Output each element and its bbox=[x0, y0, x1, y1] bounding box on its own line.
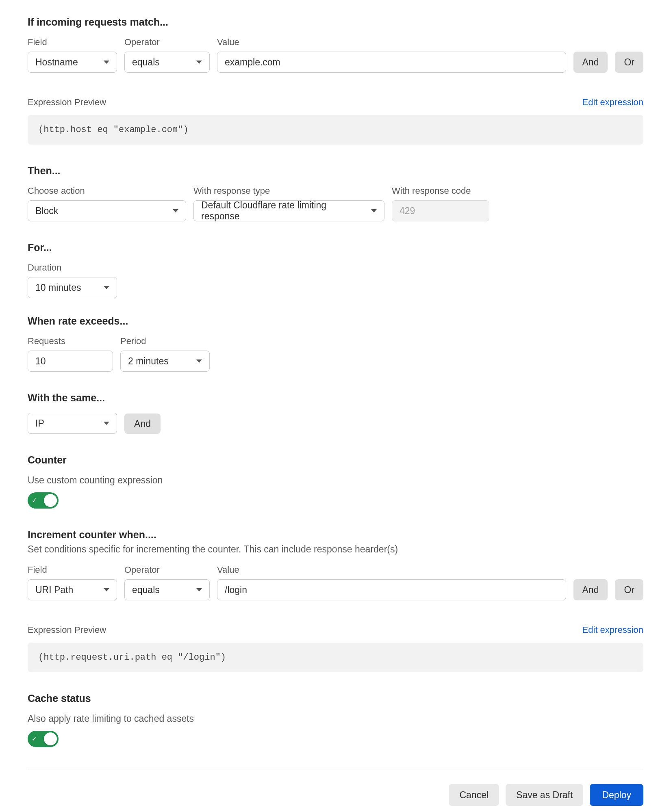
increment-operator-label: Operator bbox=[124, 565, 210, 575]
increment-field-value: URI Path bbox=[35, 585, 73, 595]
requests-label: Requests bbox=[28, 336, 113, 346]
resp-code-label: With response code bbox=[392, 186, 489, 196]
choose-action-select[interactable]: Block bbox=[28, 200, 186, 221]
chevron-down-icon bbox=[196, 359, 202, 363]
counter-toggle[interactable]: ✓ bbox=[28, 492, 59, 509]
expr1-edit-link[interactable]: Edit expression bbox=[582, 97, 643, 108]
cancel-button[interactable]: Cancel bbox=[449, 784, 499, 806]
duration-value: 10 minutes bbox=[35, 282, 81, 293]
same-characteristic-select[interactable]: IP bbox=[28, 413, 117, 434]
for-heading: For... bbox=[28, 242, 643, 253]
choose-action-label: Choose action bbox=[28, 186, 186, 196]
match-operator-value: equals bbox=[132, 57, 160, 68]
chevron-down-icon bbox=[104, 61, 109, 64]
choose-action-value: Block bbox=[35, 206, 58, 217]
increment-value-label: Value bbox=[217, 565, 566, 575]
increment-operator-select[interactable]: equals bbox=[124, 579, 210, 600]
period-select[interactable]: 2 minutes bbox=[120, 351, 210, 372]
expr2-edit-link[interactable]: Edit expression bbox=[582, 625, 643, 635]
same-and-button[interactable]: And bbox=[124, 414, 161, 434]
match-value-text: example.com bbox=[225, 57, 280, 68]
footer-divider bbox=[28, 769, 643, 769]
resp-type-value: Default Cloudflare rate limiting respons… bbox=[201, 200, 366, 222]
match-field-value: Hostname bbox=[35, 57, 78, 68]
resp-type-select[interactable]: Default Cloudflare rate limiting respons… bbox=[193, 200, 384, 221]
expr1-code: (http.host eq "example.com") bbox=[28, 115, 643, 145]
resp-type-label: With response type bbox=[193, 186, 384, 196]
chevron-down-icon bbox=[196, 61, 202, 64]
increment-heading: Increment counter when.... bbox=[28, 529, 643, 541]
match-operator-select[interactable]: equals bbox=[124, 52, 210, 73]
counter-heading: Counter bbox=[28, 454, 643, 466]
match-and-button[interactable]: And bbox=[573, 52, 608, 73]
match-or-button[interactable]: Or bbox=[615, 52, 643, 73]
resp-code-input: 429 bbox=[392, 200, 489, 221]
increment-and-button[interactable]: And bbox=[573, 579, 608, 600]
cache-subtext: Also apply rate limiting to cached asset… bbox=[28, 713, 643, 724]
cache-toggle[interactable]: ✓ bbox=[28, 731, 59, 747]
expr2-title: Expression Preview bbox=[28, 625, 106, 635]
increment-subtext: Set conditions specific for incrementing… bbox=[28, 544, 643, 555]
resp-code-placeholder: 429 bbox=[400, 206, 415, 217]
chevron-down-icon bbox=[104, 286, 109, 289]
expr2-code: (http.request.uri.path eq "/login") bbox=[28, 643, 643, 672]
check-icon: ✓ bbox=[32, 497, 37, 504]
expr1-title: Expression Preview bbox=[28, 97, 106, 108]
period-value: 2 minutes bbox=[128, 356, 169, 367]
deploy-button[interactable]: Deploy bbox=[590, 784, 643, 806]
match-operator-label: Operator bbox=[124, 37, 210, 48]
chevron-down-icon bbox=[371, 209, 377, 212]
duration-select[interactable]: 10 minutes bbox=[28, 277, 117, 298]
check-icon: ✓ bbox=[32, 736, 37, 742]
match-value-label: Value bbox=[217, 37, 566, 48]
save-draft-button[interactable]: Save as Draft bbox=[506, 784, 583, 806]
toggle-knob bbox=[44, 494, 57, 507]
chevron-down-icon bbox=[104, 422, 109, 425]
requests-input[interactable]: 10 bbox=[28, 351, 113, 372]
duration-label: Duration bbox=[28, 262, 117, 273]
increment-operator-value: equals bbox=[132, 585, 160, 595]
chevron-down-icon bbox=[104, 588, 109, 591]
match-field-select[interactable]: Hostname bbox=[28, 52, 117, 73]
period-label: Period bbox=[120, 336, 210, 346]
match-heading: If incoming requests match... bbox=[28, 16, 643, 28]
toggle-knob bbox=[44, 732, 57, 745]
chevron-down-icon bbox=[173, 209, 178, 212]
cache-heading: Cache status bbox=[28, 693, 643, 704]
match-value-input[interactable]: example.com bbox=[217, 52, 566, 73]
same-heading: With the same... bbox=[28, 392, 643, 404]
match-field-label: Field bbox=[28, 37, 117, 48]
counter-subtext: Use custom counting expression bbox=[28, 475, 643, 486]
increment-field-label: Field bbox=[28, 565, 117, 575]
then-heading: Then... bbox=[28, 165, 643, 177]
requests-value: 10 bbox=[35, 356, 46, 367]
chevron-down-icon bbox=[196, 588, 202, 591]
increment-or-button[interactable]: Or bbox=[615, 579, 643, 600]
rate-heading: When rate exceeds... bbox=[28, 315, 643, 327]
increment-field-select[interactable]: URI Path bbox=[28, 579, 117, 600]
same-value: IP bbox=[35, 418, 44, 429]
increment-value-text: /login bbox=[225, 585, 247, 595]
increment-value-input[interactable]: /login bbox=[217, 579, 566, 600]
